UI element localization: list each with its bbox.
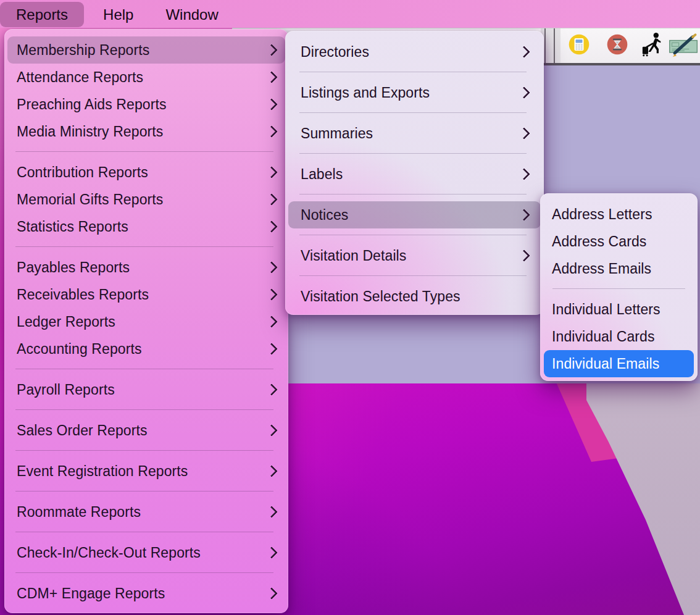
menubar-item-window[interactable]: Window bbox=[152, 2, 231, 27]
chevron-right-icon bbox=[518, 249, 530, 262]
menu-item-individual-letters[interactable]: Individual Letters bbox=[544, 296, 694, 323]
menu-separator bbox=[4, 145, 288, 159]
chevron-right-icon bbox=[518, 86, 530, 99]
menu-item-cdm-engage-reports[interactable]: CDM+ Engage Reports bbox=[7, 580, 285, 607]
menu-item-receivables-reports[interactable]: Receivables Reports bbox=[7, 281, 285, 308]
menu-item-accounting-reports[interactable]: Accounting Reports bbox=[7, 335, 285, 362]
chevron-right-icon bbox=[265, 220, 278, 233]
menu-item-statistics-reports[interactable]: Statistics Reports bbox=[7, 213, 285, 240]
toolbar-divider-line bbox=[554, 28, 555, 63]
menu-item-labels[interactable]: Labels bbox=[288, 161, 541, 188]
traveler-icon[interactable] bbox=[641, 31, 667, 60]
menu-item-preaching-aids-reports[interactable]: Preaching Aids Reports bbox=[7, 91, 285, 118]
menu-item-event-registration-reports[interactable]: Event Registration Reports bbox=[7, 458, 285, 485]
menu-item-summaries[interactable]: Summaries bbox=[288, 120, 541, 147]
chevron-right-icon bbox=[265, 383, 278, 396]
menu-item-notices[interactable]: Notices bbox=[288, 201, 541, 228]
menu-separator bbox=[285, 269, 544, 283]
menu-separator bbox=[285, 147, 544, 161]
chevron-right-icon bbox=[265, 316, 278, 328]
chevron-right-icon bbox=[265, 587, 278, 600]
chevron-right-icon bbox=[265, 288, 278, 301]
menu-item-payables-reports[interactable]: Payables Reports bbox=[7, 254, 285, 281]
chevron-right-icon bbox=[265, 125, 278, 138]
menu-bar: Reports Help Window bbox=[0, 0, 700, 28]
menu-item-sales-order-reports[interactable]: Sales Order Reports bbox=[7, 417, 285, 444]
chevron-right-icon bbox=[518, 46, 530, 58]
menu-separator bbox=[4, 525, 288, 539]
menu-separator bbox=[4, 240, 288, 254]
chevron-right-icon bbox=[265, 261, 278, 274]
menu-separator bbox=[4, 566, 288, 580]
chevron-right-icon bbox=[265, 98, 278, 111]
chevron-right-icon bbox=[265, 424, 278, 437]
chevron-right-icon bbox=[265, 343, 278, 355]
chevron-right-icon bbox=[265, 166, 278, 178]
toolbar-divider-line bbox=[544, 28, 546, 63]
menu-item-checkin-checkout-reports[interactable]: Check-In/Check-Out Reports bbox=[7, 539, 285, 566]
calculator-icon[interactable] bbox=[569, 34, 590, 57]
chevron-right-icon bbox=[265, 193, 278, 206]
membership-reports-submenu: Directories Listings and Exports Summari… bbox=[285, 31, 544, 315]
menu-item-directories[interactable]: Directories bbox=[288, 38, 541, 65]
menu-item-memorial-gifts-reports[interactable]: Memorial Gifts Reports bbox=[7, 186, 285, 213]
chevron-right-icon bbox=[265, 71, 278, 83]
menu-item-address-emails[interactable]: Address Emails bbox=[544, 255, 694, 282]
notices-submenu: Address Letters Address Cards Address Em… bbox=[540, 193, 698, 381]
menu-item-payroll-reports[interactable]: Payroll Reports bbox=[7, 376, 285, 403]
menu-separator bbox=[285, 65, 544, 79]
reports-menu: Membership Reports Attendance Reports Pr… bbox=[4, 29, 288, 613]
menu-separator bbox=[285, 188, 544, 201]
menu-item-attendance-reports[interactable]: Attendance Reports bbox=[7, 64, 285, 91]
menu-item-membership-reports[interactable]: Membership Reports bbox=[7, 36, 285, 64]
menu-item-individual-emails[interactable]: Individual Emails bbox=[544, 350, 694, 377]
chevron-right-icon bbox=[518, 127, 530, 140]
hourglass-icon[interactable] bbox=[607, 34, 628, 57]
menu-item-contribution-reports[interactable]: Contribution Reports bbox=[7, 159, 285, 186]
menu-item-address-letters[interactable]: Address Letters bbox=[544, 201, 694, 228]
menu-separator bbox=[4, 444, 288, 458]
chevron-right-icon bbox=[265, 44, 278, 56]
menu-separator bbox=[285, 106, 544, 120]
menubar-item-help[interactable]: Help bbox=[90, 2, 146, 27]
chevron-right-icon bbox=[518, 168, 530, 180]
menu-item-ledger-reports[interactable]: Ledger Reports bbox=[7, 308, 285, 335]
chevron-right-icon bbox=[518, 209, 530, 221]
menu-item-roommate-reports[interactable]: Roommate Reports bbox=[7, 498, 285, 525]
menu-item-visitation-selected-types[interactable]: Visitation Selected Types bbox=[288, 283, 541, 310]
menu-separator bbox=[285, 228, 544, 242]
menu-separator bbox=[4, 485, 288, 498]
chevron-right-icon bbox=[265, 506, 278, 518]
chevron-right-icon bbox=[265, 546, 278, 559]
menubar-item-reports[interactable]: Reports bbox=[0, 2, 84, 27]
menu-separator bbox=[4, 403, 288, 417]
check-writing-icon[interactable] bbox=[668, 31, 700, 60]
menu-item-address-cards[interactable]: Address Cards bbox=[544, 228, 694, 255]
menu-separator bbox=[4, 362, 288, 376]
menu-item-media-ministry-reports[interactable]: Media Ministry Reports bbox=[7, 118, 285, 145]
chevron-right-icon bbox=[265, 465, 278, 477]
menu-item-individual-cards[interactable]: Individual Cards bbox=[544, 323, 694, 350]
menu-separator bbox=[540, 282, 698, 296]
menu-item-listings-and-exports[interactable]: Listings and Exports bbox=[288, 79, 541, 106]
menu-item-visitation-details[interactable]: Visitation Details bbox=[288, 242, 541, 269]
